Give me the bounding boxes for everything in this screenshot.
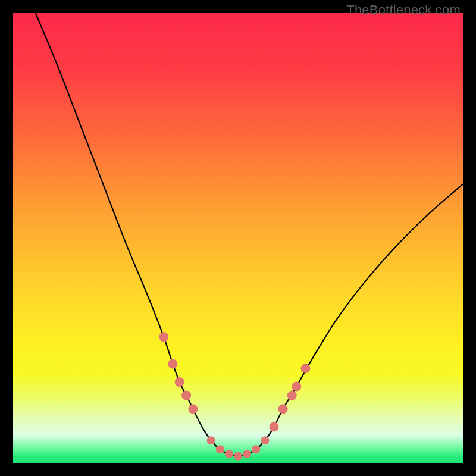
marker-dot: [243, 450, 251, 458]
bottleneck-curve: [36, 13, 463, 456]
marker-dot: [181, 391, 191, 400]
chart-svg: [13, 13, 463, 463]
marker-dot: [216, 445, 224, 453]
marker-dot: [287, 391, 297, 400]
marker-dot: [261, 436, 269, 444]
marker-dot: [300, 364, 310, 373]
marker-dot: [168, 359, 177, 369]
watermark-text: TheBottleneck.com: [346, 2, 461, 18]
marker-dot: [159, 332, 168, 342]
marker-dot: [270, 422, 279, 432]
marker-dot: [188, 404, 198, 414]
marker-dot: [252, 445, 260, 453]
marker-dot: [175, 377, 184, 387]
marker-dot: [278, 404, 288, 414]
marker-dot: [225, 450, 233, 458]
marker-dot: [234, 452, 242, 461]
data-markers: [159, 332, 310, 460]
marker-dot: [207, 436, 215, 444]
marker-dot: [292, 382, 301, 392]
